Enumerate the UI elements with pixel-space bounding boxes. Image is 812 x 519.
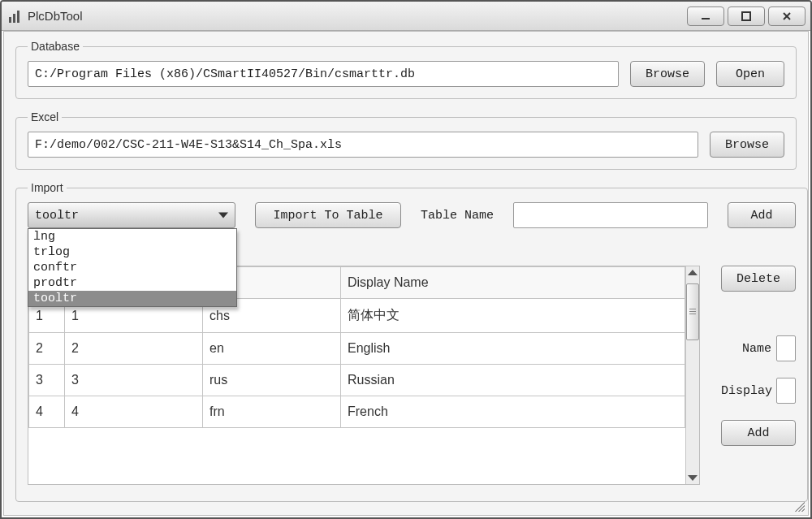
- table-row[interactable]: 44frnFrench: [29, 396, 685, 428]
- titlebar: PlcDbTool: [2, 2, 810, 31]
- cell-id[interactable]: 2: [65, 333, 203, 365]
- close-button[interactable]: [768, 6, 806, 26]
- scroll-up-icon: [688, 270, 698, 275]
- cell-name[interactable]: rus: [203, 365, 341, 396]
- combo-dropdown[interactable]: lngtrlogconftrprodtrtooltr: [28, 228, 237, 307]
- side-panel: Delete Name Display Add: [721, 266, 796, 446]
- client-area: Database Browse Open Excel Browse Import…: [3, 31, 809, 516]
- combo-option[interactable]: prodtr: [28, 275, 236, 291]
- svg-rect-0: [9, 17, 11, 23]
- window-title: PlcDbTool: [28, 9, 83, 23]
- scroll-down-icon: [688, 475, 698, 481]
- add-table-button[interactable]: Add: [728, 202, 796, 228]
- table-name-input[interactable]: [513, 202, 708, 228]
- database-open-button[interactable]: Open: [716, 61, 784, 87]
- close-icon: [781, 11, 793, 22]
- excel-group: Excel Browse: [15, 110, 797, 170]
- table-row[interactable]: 22enEnglish: [29, 333, 685, 365]
- svg-rect-4: [742, 12, 750, 20]
- cell-display[interactable]: Russian: [341, 365, 685, 396]
- cell-id[interactable]: 4: [65, 396, 203, 428]
- cell-display[interactable]: English: [341, 333, 685, 365]
- side-name-label: Name: [721, 342, 771, 356]
- app-icon: [8, 9, 23, 24]
- excel-path-input[interactable]: [28, 132, 698, 158]
- import-top-row: tooltr lngtrlogconftrprodtrtooltr Import…: [28, 202, 796, 228]
- table-row[interactable]: 33rusRussian: [29, 365, 685, 396]
- combo-option[interactable]: conftr: [28, 260, 236, 275]
- cell-idx[interactable]: 4: [29, 396, 65, 428]
- database-legend: Database: [28, 40, 83, 53]
- cell-idx[interactable]: 3: [29, 365, 65, 396]
- header-display[interactable]: Display Name: [341, 267, 685, 299]
- side-add-button[interactable]: Add: [721, 420, 796, 446]
- cell-name[interactable]: frn: [203, 396, 341, 428]
- cell-name[interactable]: en: [203, 333, 341, 365]
- minimize-button[interactable]: [687, 6, 724, 26]
- combo-option[interactable]: trlog: [28, 244, 236, 260]
- excel-browse-button[interactable]: Browse: [710, 132, 784, 158]
- side-display-input[interactable]: [776, 378, 796, 404]
- chevron-down-icon: [218, 213, 228, 218]
- maximize-button[interactable]: [728, 6, 765, 26]
- svg-rect-2: [17, 11, 19, 23]
- combo-option[interactable]: lng: [28, 229, 236, 244]
- import-group: Import tooltr lngtrlogconftrprodtrtooltr…: [15, 181, 808, 502]
- cell-id[interactable]: 3: [65, 365, 203, 396]
- vertical-scrollbar[interactable]: [685, 266, 699, 484]
- cell-display[interactable]: French: [341, 396, 685, 428]
- svg-rect-1: [13, 14, 15, 23]
- table-select-combo[interactable]: tooltr lngtrlogconftrprodtrtooltr: [28, 202, 235, 228]
- excel-legend: Excel: [28, 110, 62, 123]
- database-path-input[interactable]: [28, 61, 619, 87]
- cell-idx[interactable]: 2: [29, 333, 65, 365]
- side-name-input[interactable]: [776, 335, 796, 361]
- database-browse-button[interactable]: Browse: [630, 61, 705, 87]
- table-name-label: Table Name: [421, 209, 494, 223]
- scroll-thumb[interactable]: [686, 283, 699, 340]
- svg-rect-3: [702, 18, 710, 19]
- maximize-icon: [741, 11, 752, 22]
- minimize-icon: [700, 11, 711, 22]
- import-legend: Import: [28, 181, 67, 194]
- cell-display[interactable]: 简体中文: [341, 299, 685, 333]
- import-to-table-button[interactable]: Import To Table: [255, 202, 401, 228]
- database-group: Database Browse Open: [15, 40, 797, 99]
- side-display-label: Display: [721, 384, 771, 398]
- combo-option[interactable]: tooltr: [28, 291, 236, 306]
- window-buttons: [684, 6, 806, 26]
- delete-button[interactable]: Delete: [721, 266, 796, 292]
- combo-value: tooltr: [35, 209, 79, 223]
- resize-grip-icon[interactable]: [792, 499, 805, 512]
